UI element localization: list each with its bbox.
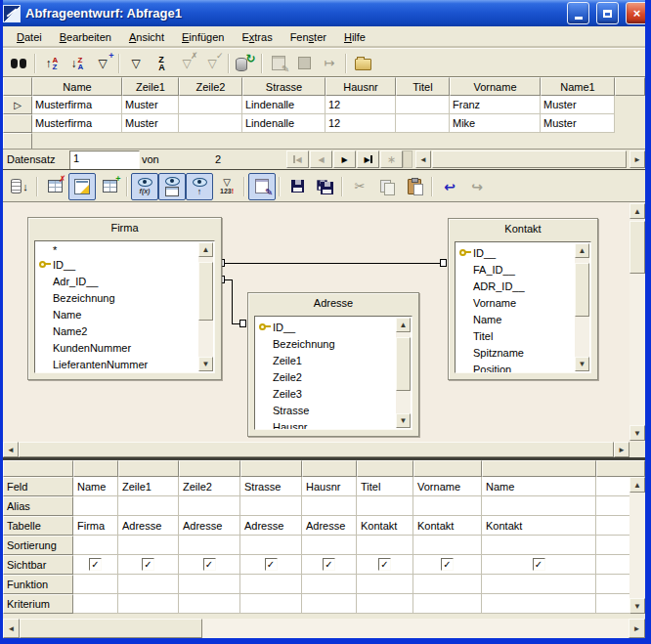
- edit-record-button[interactable]: ✎: [266, 51, 291, 75]
- previous-record-button[interactable]: ◀: [310, 150, 332, 168]
- datasheet-cell[interactable]: Musterfirma: [32, 96, 122, 114]
- grid-column-selector[interactable]: [302, 460, 357, 477]
- datasheet-cell[interactable]: Franz: [450, 96, 541, 114]
- save-button[interactable]: [283, 173, 311, 200]
- datasheet-cell[interactable]: [179, 96, 242, 114]
- grid-column-selector[interactable]: [357, 460, 413, 477]
- menu-datei[interactable]: Datei: [8, 28, 51, 47]
- standard-filter-button[interactable]: ▽: [123, 51, 149, 75]
- grid-cell[interactable]: [179, 536, 240, 555]
- grid-cell[interactable]: [482, 496, 596, 516]
- datasheet-cell[interactable]: Muster: [122, 114, 179, 133]
- grid-cell[interactable]: Name: [73, 477, 118, 496]
- visible-checkbox[interactable]: ✓: [203, 558, 216, 571]
- field-item[interactable]: FA_ID__: [459, 261, 590, 278]
- grid-cell[interactable]: Zeile1: [118, 477, 179, 496]
- field-item[interactable]: ID__: [259, 319, 412, 335]
- column-header[interactable]: Vorname: [450, 77, 541, 96]
- table-window-firma[interactable]: Firma * ID__ Adr_ID__ Bezeichnung Name N…: [27, 217, 222, 380]
- scrollbar-thumb[interactable]: [20, 619, 202, 638]
- minimize-button[interactable]: [567, 2, 589, 24]
- grid-cell[interactable]: Strasse: [240, 477, 302, 496]
- grid-cell[interactable]: [413, 594, 482, 614]
- grid-column-selector[interactable]: [413, 460, 482, 477]
- field-item[interactable]: Name: [459, 311, 590, 327]
- grid-cell[interactable]: [482, 594, 596, 614]
- field-item[interactable]: Spitzname: [459, 344, 590, 361]
- grid-cell[interactable]: [240, 496, 302, 516]
- grid-cell[interactable]: [118, 496, 179, 516]
- scroll-left-icon[interactable]: ◄: [3, 619, 20, 638]
- show-distinct-values-button[interactable]: ↑: [186, 173, 213, 200]
- grid-cell[interactable]: [240, 575, 302, 594]
- first-record-button[interactable]: ◀: [286, 150, 309, 168]
- grid-cell[interactable]: Titel: [357, 477, 413, 496]
- visible-checkbox[interactable]: ✓: [323, 558, 335, 571]
- grid-cell[interactable]: [357, 536, 413, 555]
- grid-horizontal-scrollbar[interactable]: ◄ ►: [3, 619, 645, 638]
- grid-cell[interactable]: [413, 575, 482, 594]
- grid-cell[interactable]: Kontakt: [413, 516, 482, 536]
- last-record-button[interactable]: ▶: [357, 150, 379, 168]
- close-button[interactable]: ×: [626, 2, 648, 24]
- remove-table-button[interactable]: ✗: [41, 173, 68, 200]
- new-record-button[interactable]: ∗: [380, 150, 403, 168]
- grid-cell[interactable]: Adresse: [118, 516, 179, 536]
- grid-cell[interactable]: [357, 496, 413, 516]
- sheet-scroll-right-button[interactable]: ►: [629, 150, 645, 168]
- table-window-adresse[interactable]: Adresse ID__ Bezeichnung Zeile1 Zeile2 Z…: [247, 292, 419, 437]
- datasheet-cell[interactable]: [396, 96, 450, 114]
- grid-cell[interactable]: [179, 575, 240, 594]
- grid-cell[interactable]: Adresse: [302, 516, 357, 536]
- data-source-order-button[interactable]: ↓: [6, 173, 33, 200]
- grid-cell[interactable]: [413, 536, 482, 555]
- sheet-scrollbar-thumb[interactable]: [432, 150, 627, 168]
- table-title[interactable]: Adresse: [248, 293, 418, 313]
- paste-button[interactable]: [401, 173, 428, 200]
- scrollbar-track[interactable]: [202, 619, 629, 638]
- row-selector[interactable]: [3, 133, 32, 150]
- menu-fenster[interactable]: Fenster: [282, 28, 335, 47]
- limit-rows-button[interactable]: ▽123!: [213, 173, 240, 200]
- grid-cell[interactable]: Kontakt: [357, 516, 413, 536]
- auto-filter-button[interactable]: ▽+: [90, 51, 115, 75]
- grid-cell[interactable]: Zeile2: [179, 477, 240, 496]
- column-header[interactable]: Zeile2: [179, 77, 242, 96]
- datasheet-cell[interactable]: Mike: [450, 114, 541, 133]
- refresh-data-button[interactable]: ↻: [233, 51, 258, 75]
- field-item[interactable]: LieferantenNummer: [39, 356, 214, 372]
- redo-button[interactable]: ↪: [463, 173, 491, 200]
- column-header[interactable]: Zeile1: [122, 77, 179, 96]
- scroll-down-icon[interactable]: ▼: [575, 357, 589, 371]
- save-record-button[interactable]: [291, 51, 317, 75]
- grid-cell[interactable]: Name: [482, 477, 596, 496]
- column-header[interactable]: Titel: [396, 77, 450, 96]
- grid-cell[interactable]: Adresse: [179, 516, 240, 536]
- visible-checkbox[interactable]: ✓: [89, 558, 102, 571]
- grid-cell[interactable]: [73, 536, 118, 555]
- record-number-input[interactable]: 1: [69, 150, 140, 170]
- field-item[interactable]: Titel: [459, 327, 590, 344]
- grid-cell[interactable]: [73, 594, 118, 614]
- field-item[interactable]: ID__: [459, 244, 590, 261]
- save-as-button[interactable]: [311, 173, 338, 200]
- visible-checkbox[interactable]: ✓: [265, 558, 278, 571]
- scrollbar-thumb[interactable]: [629, 221, 645, 274]
- table-title[interactable]: Kontakt: [449, 219, 597, 238]
- field-item[interactable]: Hausnr: [259, 418, 412, 430]
- scrollbar-thumb[interactable]: [19, 442, 614, 457]
- grid-cell[interactable]: [357, 594, 413, 614]
- field-item[interactable]: *: [39, 243, 214, 256]
- field-item[interactable]: KundenNummer: [39, 339, 214, 356]
- visible-checkbox[interactable]: ✓: [441, 558, 454, 571]
- design-view-button[interactable]: [68, 173, 96, 200]
- column-header[interactable]: Hausnr: [326, 77, 396, 96]
- apply-filter-button[interactable]: ▽✓: [199, 51, 225, 75]
- grid-column-selector[interactable]: [73, 460, 118, 477]
- undo-button[interactable]: ↩: [436, 173, 463, 200]
- field-item[interactable]: Bezeichnung: [259, 335, 412, 352]
- sort-dialog-button[interactable]: ZA: [149, 51, 174, 75]
- scroll-up-icon[interactable]: ▲: [198, 242, 213, 257]
- join-line-firma-adresse[interactable]: [232, 279, 233, 324]
- grid-cell[interactable]: [73, 496, 118, 516]
